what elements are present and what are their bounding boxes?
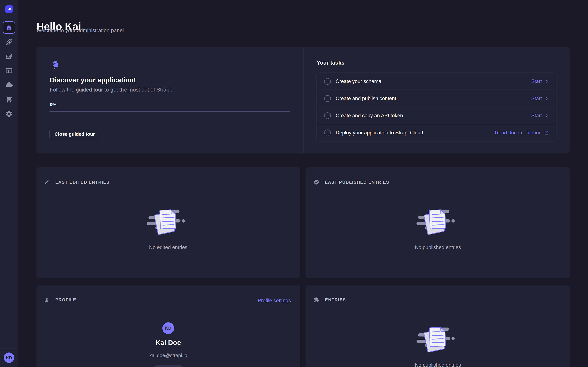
- empty-state-text: No edited entries: [149, 244, 187, 250]
- your-tasks-title: Your tasks: [317, 59, 345, 66]
- profile-email: kai.doe@strapi.io: [36, 353, 300, 358]
- chevron-right-icon: [545, 79, 549, 83]
- task-start-link[interactable]: Start: [531, 113, 549, 119]
- empty-illustration-slot: [416, 206, 459, 237]
- user-avatar-initials: KD: [6, 355, 12, 360]
- sidebar-divider: [0, 349, 18, 349]
- task-label: Create and publish content: [336, 96, 396, 101]
- read-documentation-link[interactable]: Read documentation: [495, 130, 549, 136]
- widget-header: LAST PUBLISHED ENTRIES: [314, 179, 389, 185]
- task-action-label: Start: [531, 78, 542, 84]
- guided-tour-subtitle: Follow the guided tour to get the most o…: [50, 87, 172, 93]
- page-subtitle: Welcome to your administration panel: [36, 27, 124, 33]
- feather-icon: [5, 38, 13, 46]
- waving-hand-icon: [50, 59, 61, 69]
- task-action-label: Read documentation: [495, 130, 542, 136]
- task-label: Create your schema: [336, 78, 381, 84]
- home-icon: [6, 24, 12, 31]
- progress-percent-label: 0%: [50, 102, 56, 107]
- widget-header-label: LAST PUBLISHED ENTRIES: [325, 180, 389, 185]
- empty-state-text: No published entries: [415, 362, 461, 367]
- progress-bar: [50, 111, 290, 112]
- task-status-circle: [324, 112, 331, 119]
- external-link-icon: [544, 131, 549, 135]
- sidebar-divider: [0, 18, 18, 18]
- guided-tour-title: Discover your application!: [50, 76, 136, 84]
- sidebar-item-marketplace[interactable]: [5, 96, 13, 103]
- empty-documents-illustration: [416, 206, 459, 237]
- task-label: Create and copy an API token: [336, 113, 403, 119]
- task-status-circle: [324, 95, 331, 102]
- sidebar: KD: [0, 0, 18, 367]
- pencil-icon: [44, 179, 50, 185]
- layout-icon: [5, 67, 13, 74]
- empty-state-text: No published entries: [415, 244, 461, 250]
- person-icon: [44, 297, 50, 303]
- widget-header: PROFILE: [44, 297, 76, 303]
- user-avatar[interactable]: KD: [4, 352, 14, 363]
- widget-header-label: PROFILE: [55, 297, 76, 302]
- strapi-logo[interactable]: [5, 5, 13, 13]
- empty-illustration-slot: [416, 323, 459, 354]
- task-row-create-schema[interactable]: Create your schema Start: [317, 73, 556, 90]
- sidebar-item-cloud[interactable]: [5, 81, 13, 89]
- task-action-label: Start: [531, 96, 542, 101]
- profile-card: PROFILE Profile settings KD Kai Doe kai.…: [36, 285, 300, 367]
- widget-header-label: ENTRIES: [325, 297, 346, 302]
- widget-header-label: LAST EDITED ENTRIES: [55, 180, 110, 185]
- task-row-create-publish-content[interactable]: Create and publish content Start: [317, 90, 556, 107]
- task-start-link[interactable]: Start: [531, 96, 549, 101]
- strapi-admin-dashboard: KD Hello Kai Welcome to your administrat…: [0, 0, 588, 367]
- task-start-link[interactable]: Start: [531, 78, 549, 84]
- empty-documents-illustration: [147, 206, 190, 237]
- chevron-right-icon: [545, 114, 549, 118]
- gear-icon: [5, 110, 13, 117]
- sidebar-item-media-library[interactable]: [5, 52, 13, 60]
- empty-illustration-slot: [147, 206, 190, 237]
- entries-card: ENTRIES No publish: [306, 285, 570, 367]
- widget-header: LAST EDITED ENTRIES: [44, 179, 110, 185]
- guided-tour-card: Discover your application! Follow the gu…: [36, 47, 570, 153]
- sidebar-item-content-type-builder[interactable]: [5, 67, 13, 74]
- empty-state: No published entries: [306, 206, 570, 250]
- check-circle-icon: [314, 179, 319, 185]
- profile-role-badge: [153, 365, 183, 367]
- task-list: Create your schema Start Create and publ…: [317, 73, 556, 142]
- cloud-icon: [5, 81, 13, 89]
- sidebar-item-content-manager[interactable]: [5, 38, 13, 46]
- close-guided-tour-button[interactable]: Close guided tour: [50, 129, 100, 139]
- profile-avatar: KD: [162, 322, 174, 334]
- chevron-right-icon: [545, 96, 549, 101]
- card-vertical-divider: [303, 47, 303, 153]
- widget-header: ENTRIES: [314, 297, 346, 303]
- strapi-logo-icon: [7, 7, 12, 12]
- task-row-deploy-strapi-cloud[interactable]: Deploy your application to Strapi Cloud …: [317, 124, 556, 141]
- media-images-icon: [5, 52, 13, 60]
- cart-icon: [5, 96, 13, 103]
- profile-settings-link[interactable]: Profile settings: [258, 298, 291, 304]
- empty-state: No edited entries: [36, 206, 300, 250]
- last-published-entries-card: LAST PUBLISHED ENTRIES: [306, 167, 570, 278]
- task-status-circle: [324, 78, 331, 85]
- task-status-circle: [324, 130, 331, 136]
- puzzle-icon: [314, 297, 319, 303]
- empty-state: No published entries: [306, 323, 570, 367]
- sidebar-item-home[interactable]: [3, 21, 15, 34]
- empty-documents-illustration: [416, 323, 459, 354]
- task-row-create-api-token[interactable]: Create and copy an API token Start: [317, 107, 556, 124]
- last-edited-entries-card: LAST EDITED ENTRIES: [36, 167, 300, 278]
- task-action-label: Start: [531, 113, 542, 119]
- task-label: Deploy your application to Strapi Cloud: [336, 130, 423, 136]
- profile-name: Kai Doe: [36, 339, 300, 347]
- sidebar-item-settings[interactable]: [5, 110, 13, 117]
- profile-avatar-initials: KD: [165, 326, 172, 331]
